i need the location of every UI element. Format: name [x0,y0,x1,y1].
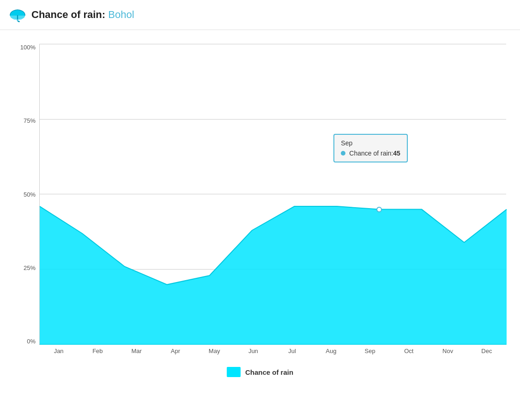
location-text: Bohol [108,9,134,20]
x-label-jun: Jun [234,345,272,354]
y-axis: 100% 75% 50% 25% 0% [14,44,39,358]
x-label-mar: Mar [117,345,156,354]
svg-point-3 [17,19,18,21]
x-axis: JanFebMarAprMayJunJulAugSepOctNovDec [39,345,506,358]
y-label-0: 0% [14,338,39,345]
page-header: Chance of rain: Bohol [0,0,520,30]
x-label-dec: Dec [467,345,506,354]
sep-data-point [376,207,382,212]
x-label-apr: Apr [156,345,195,354]
svg-point-4 [20,18,22,20]
x-label-aug: Aug [312,345,351,354]
legend-label: Chance of rain [245,368,293,376]
legend-swatch [227,367,241,377]
chart-area: 100% 75% 50% 25% 0% Sep [14,44,506,358]
chart-container: 100% 75% 50% 25% 0% Sep [0,30,520,408]
x-label-oct: Oct [389,345,428,354]
x-label-nov: Nov [429,345,467,354]
x-label-jul: Jul [273,345,312,354]
y-label-75: 75% [14,117,39,124]
title-text: Chance of rain: [31,9,108,20]
umbrella-icon [9,6,26,23]
x-label-jan: Jan [39,345,78,354]
chart-legend: Chance of rain [14,367,506,377]
page-title: Chance of rain: Bohol [31,9,134,21]
plot-area: Sep Chance of rain: 45 [39,44,506,345]
y-label-25: 25% [14,264,39,271]
chart-svg [40,44,506,344]
x-label-sep: Sep [351,345,389,354]
y-label-100: 100% [14,44,39,51]
y-label-50: 50% [14,191,39,198]
x-label-may: May [195,345,234,354]
svg-point-2 [13,18,15,20]
x-label-feb: Feb [78,345,117,354]
